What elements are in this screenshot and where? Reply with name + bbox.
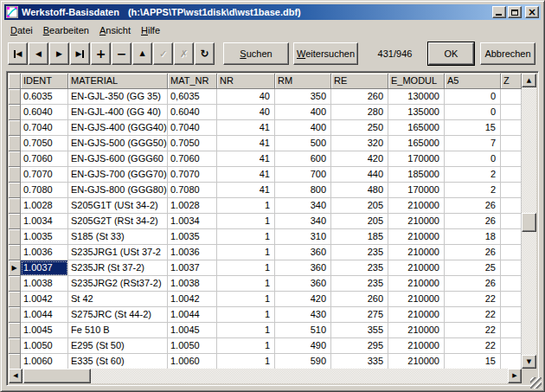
cell[interactable]: 210000	[388, 260, 445, 276]
cell[interactable]	[501, 307, 522, 323]
search-button[interactable]: Suchen	[223, 42, 289, 65]
cell[interactable]: 210000	[388, 292, 445, 307]
cell[interactable]: 260	[331, 89, 388, 105]
cell[interactable]: 0	[445, 105, 501, 120]
last-record-button[interactable]: ▶	[70, 42, 90, 65]
cell[interactable]: E335 (St 60)	[68, 354, 168, 369]
cell[interactable]: 700	[275, 167, 331, 183]
cell[interactable]: 335	[331, 354, 388, 369]
column-header-nr[interactable]: NR	[217, 74, 275, 89]
insert-record-button[interactable]: +	[91, 42, 111, 65]
cell[interactable]: 165000	[388, 136, 445, 151]
cell[interactable]: 210000	[388, 214, 445, 229]
cell[interactable]: 205	[331, 214, 388, 229]
cell[interactable]: 185	[331, 229, 388, 245]
cell[interactable]: 1.0038	[168, 276, 217, 292]
cell[interactable]: 295	[331, 338, 388, 354]
cell[interactable]: 400	[275, 120, 331, 136]
column-header-re[interactable]: RE	[331, 74, 388, 89]
edit-record-button[interactable]: ▲	[132, 42, 152, 65]
cell[interactable]	[501, 151, 522, 167]
cell[interactable]: 510	[275, 323, 331, 338]
cell[interactable]: 41	[217, 183, 275, 198]
prior-record-button[interactable]: ◀	[29, 42, 48, 65]
cell[interactable]	[501, 260, 522, 276]
column-header-material[interactable]: MATERIAL	[68, 74, 168, 89]
column-header-e_modul[interactable]: E_MODUL	[388, 74, 445, 89]
cell[interactable]: 0	[445, 151, 501, 167]
cell[interactable]: 1.0042	[21, 292, 68, 307]
cell[interactable]: 1.0028	[168, 198, 217, 214]
cell[interactable]: 0.7050	[21, 136, 68, 151]
resize-grip[interactable]	[530, 377, 542, 389]
cell[interactable]	[501, 198, 522, 214]
cell[interactable]: 7	[445, 136, 501, 151]
cell[interactable]: 1.0060	[21, 354, 68, 369]
cell[interactable]: 40	[217, 105, 275, 120]
cell[interactable]	[501, 89, 522, 105]
cell[interactable]: 41	[217, 120, 275, 136]
cell[interactable]: 480	[331, 183, 388, 198]
cell[interactable]: S275JRC (St 44-2)	[68, 307, 168, 323]
cell[interactable]: 135000	[388, 105, 445, 120]
cell[interactable]	[501, 120, 522, 136]
cell[interactable]: 1	[217, 260, 275, 276]
cell[interactable]: 420	[275, 292, 331, 307]
cell[interactable]: 210000	[388, 338, 445, 354]
cell[interactable]: 280	[331, 105, 388, 120]
refresh-button[interactable]: ↻	[195, 42, 215, 65]
cell[interactable]: 1.0037	[168, 260, 217, 276]
cell[interactable]: 1.0034	[21, 214, 68, 229]
cell[interactable]: 165000	[388, 120, 445, 136]
cell[interactable]: 22	[445, 323, 501, 338]
cell[interactable]: 22	[445, 292, 501, 307]
cell[interactable]: 1	[217, 245, 275, 260]
minimize-button[interactable]	[492, 6, 506, 18]
cell[interactable]: 0.7050	[168, 136, 217, 151]
menu-datei[interactable]: Datei	[5, 23, 38, 37]
cell[interactable]: 15	[445, 120, 501, 136]
cell[interactable]: 1.0060	[168, 354, 217, 369]
cell[interactable]: 0.7070	[168, 167, 217, 183]
column-header-mat_nr[interactable]: MAT_NR	[168, 74, 217, 89]
cell[interactable]	[501, 245, 522, 260]
cell[interactable]: 490	[275, 338, 331, 354]
cell[interactable]: 210000	[388, 276, 445, 292]
first-record-button[interactable]: ◀	[8, 42, 28, 65]
search-next-button[interactable]: Weitersuchen	[293, 42, 358, 65]
cell[interactable]: 0.7060	[21, 151, 68, 167]
cell[interactable]: 2	[445, 183, 501, 198]
cell[interactable]: 210000	[388, 198, 445, 214]
cell[interactable]: 360	[275, 276, 331, 292]
cell[interactable]: 1.0042	[168, 292, 217, 307]
cell[interactable]: 0.7040	[168, 120, 217, 136]
cell[interactable]: 1	[217, 276, 275, 292]
cell[interactable]: 590	[275, 354, 331, 369]
cell[interactable]: 1	[217, 214, 275, 229]
cell[interactable]: EN-GJL-400 (GG 40)	[68, 105, 168, 120]
cell[interactable]: 1	[217, 229, 275, 245]
cell[interactable]: 1.0045	[168, 323, 217, 338]
cell[interactable]: 320	[331, 136, 388, 151]
column-header-ident[interactable]: IDENT	[21, 74, 68, 89]
cell[interactable]: 275	[331, 307, 388, 323]
cell[interactable]	[501, 229, 522, 245]
cell[interactable]: 1.0050	[168, 338, 217, 354]
cell[interactable]: 170000	[388, 151, 445, 167]
cell[interactable]: 235	[331, 276, 388, 292]
cell[interactable]: 250	[331, 120, 388, 136]
cell[interactable]: S205G1T (USt 34-2)	[68, 198, 168, 214]
cell[interactable]: S205G2T (RSt 34-2)	[68, 214, 168, 229]
delete-record-button[interactable]: −	[112, 42, 131, 65]
cell[interactable]: 210000	[388, 354, 445, 369]
cell[interactable]: 1	[217, 354, 275, 369]
cell[interactable]: 235	[331, 260, 388, 276]
app-icon[interactable]	[6, 6, 18, 18]
cell[interactable]: 1.0045	[21, 323, 68, 338]
cell[interactable]: 26	[445, 276, 501, 292]
cell[interactable]: 0.6040	[168, 105, 217, 120]
cell[interactable]: 1	[217, 307, 275, 323]
cell[interactable]: 22	[445, 338, 501, 354]
cell[interactable]: 205	[331, 198, 388, 214]
cell[interactable]: 210000	[388, 245, 445, 260]
